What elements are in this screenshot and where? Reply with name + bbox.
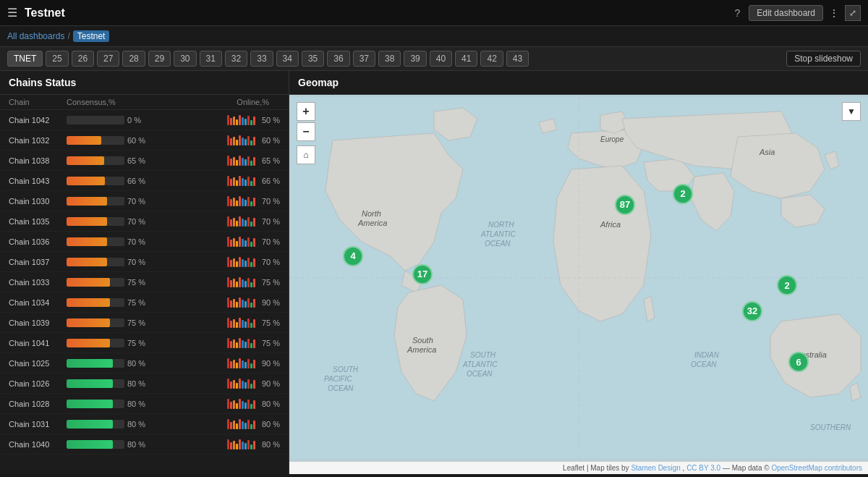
map-cluster-marker[interactable]: 2 [673,184,693,204]
mini-bars [227,135,255,145]
osm-link[interactable]: OpenStreetMap contributors [771,464,862,472]
mini-bars [227,297,255,308]
tab-27[interactable]: 27 [97,51,119,67]
chain-row[interactable]: Chain 1037 70 % 70 % [0,252,289,272]
tab-42[interactable]: 42 [480,51,503,67]
tab-25[interactable]: 25 [46,51,68,67]
chain-row[interactable]: Chain 1026 80 % 90 % [0,373,289,394]
mini-bar [233,218,235,227]
breadcrumb-all-dashboards[interactable]: All dashboards [7,31,64,41]
mini-bars [227,196,255,206]
mini-bar [239,257,241,267]
zoom-out-button[interactable]: − [297,122,315,141]
tab-30[interactable]: 30 [174,51,196,67]
consensus-bar-fill [67,217,107,226]
mini-bar [236,180,238,186]
mini-bar [236,363,238,368]
tab-39[interactable]: 39 [404,51,426,67]
tab-29[interactable]: 29 [148,51,171,67]
tab-28[interactable]: 28 [122,51,145,67]
online-pct: 75 % [258,278,280,287]
consensus-bar-container [67,237,124,246]
chain-name: Chain 1032 [9,136,67,145]
fullscreen-button[interactable]: ⤢ [845,5,861,21]
tab-tnet[interactable]: TNET [7,51,43,67]
chain-row[interactable]: Chain 1032 60 % 60 % [0,130,289,151]
tab-43[interactable]: 43 [506,51,529,67]
chain-row[interactable]: Chain 1038 65 % 65 % [0,151,289,171]
chain-row[interactable]: Chain 1035 70 % 70 % [0,211,289,232]
mini-bar [247,379,250,389]
chain-row[interactable]: Chain 1039 75 % 75 % [0,313,289,333]
tab-41[interactable]: 41 [455,51,477,67]
map-container[interactable]: NORTH ATLANTIC OCEAN SOUTH ATLANTIC OCEA… [289,95,868,461]
chain-name: Chain 1042 [9,116,67,124]
chain-row[interactable]: Chain 1040 80 % 80 % [0,434,289,455]
tab-38[interactable]: 38 [378,51,401,67]
tab-36[interactable]: 36 [327,51,349,67]
zoom-in-button[interactable]: + [297,102,315,121]
mini-bar [233,339,235,348]
mini-bar [242,178,244,186]
stop-slideshow-button[interactable]: Stop slideshow [786,51,861,67]
chain-row[interactable]: Chain 1043 66 % 66 % [0,171,289,191]
app-title: Testnet [25,7,734,20]
chain-row[interactable]: Chain 1028 80 % 80 % [0,394,289,414]
cc-link[interactable]: CC BY 3.0 [686,464,720,472]
home-button[interactable]: ⌂ [297,145,315,164]
mini-bars [227,358,255,368]
tab-35[interactable]: 35 [302,51,324,67]
mini-bars [227,216,255,227]
edit-dashboard-button[interactable]: Edit dashboard [749,5,823,21]
tab-31[interactable]: 31 [200,51,222,67]
help-icon[interactable]: ? [734,7,740,19]
header-chain: Chain [9,98,67,106]
consensus-pct: 75 % [127,318,149,327]
tab-40[interactable]: 40 [430,51,452,67]
mini-bar [227,237,229,247]
stamen-link[interactable]: Stamen Design [631,464,680,472]
consensus-area: 75 % [67,339,168,347]
mini-bar [230,179,232,186]
map-cluster-marker[interactable]: 32 [742,301,762,321]
mini-bar [242,259,244,267]
chain-row[interactable]: Chain 1033 75 % 75 % [0,272,289,292]
consensus-pct: 66 % [127,177,149,185]
chain-row[interactable]: Chain 1041 75 % 75 % [0,333,289,353]
map-cluster-marker[interactable]: 17 [412,264,433,284]
tab-33[interactable]: 33 [250,51,273,67]
mini-bar [244,119,247,125]
chain-row[interactable]: Chain 1025 80 % 90 % [0,353,289,373]
mini-bar [250,282,252,287]
mini-bar [230,402,232,409]
chain-row[interactable]: Chain 1034 75 % 90 % [0,292,289,313]
mini-bar [253,258,255,267]
kebab-menu-icon[interactable]: ⋮ [829,7,839,19]
mini-bar [236,444,238,449]
chain-row[interactable]: Chain 1036 70 % 70 % [0,232,289,252]
map-cluster-marker[interactable]: 4 [343,246,363,266]
chain-row[interactable]: Chain 1030 70 % 70 % [0,191,289,211]
tab-37[interactable]: 37 [353,51,375,67]
tab-34[interactable]: 34 [276,51,299,67]
mini-bar [247,359,250,368]
map-cluster-marker[interactable]: 87 [615,195,635,215]
chains-header: Chain Consensus,% Online,% [0,95,289,110]
mini-bar [253,198,255,206]
consensus-area: 70 % [67,237,168,246]
consensus-bar-container [67,116,124,124]
mini-bar [250,120,252,125]
menu-icon[interactable]: ☰ [7,6,17,20]
consensus-bar-fill [67,440,113,449]
consensus-bar-container [67,197,124,206]
chain-row[interactable]: Chain 1031 80 % 80 % [0,414,289,434]
consensus-bar-fill [67,136,101,145]
chain-row[interactable]: Chain 1042 0 % 50 % [0,110,289,130]
tab-26[interactable]: 26 [72,51,94,67]
filter-button[interactable]: ▼ [842,102,861,121]
mini-bar [239,176,241,186]
consensus-area: 70 % [67,217,168,226]
tab-32[interactable]: 32 [225,51,247,67]
map-cluster-marker[interactable]: 2 [777,275,797,295]
consensus-area: 66 % [67,177,168,185]
